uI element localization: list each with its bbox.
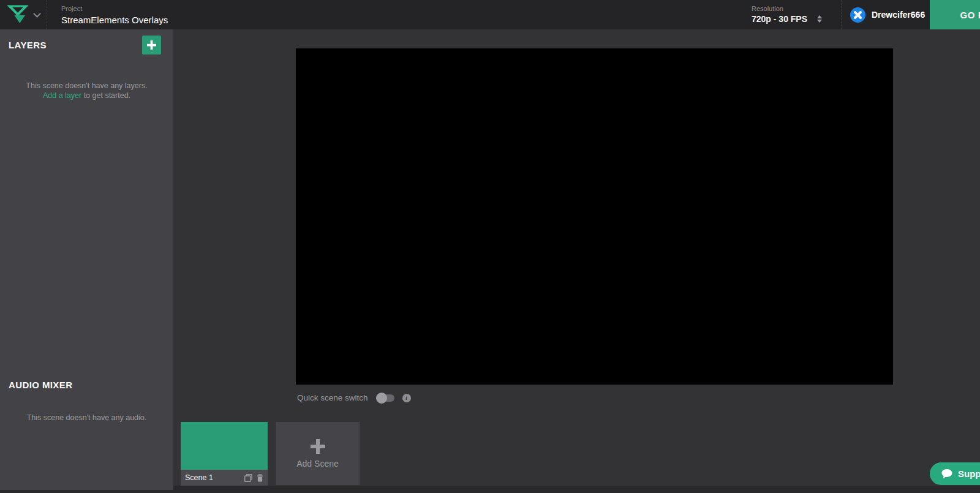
go-live-button[interactable]: GO LIVE (930, 0, 980, 29)
support-label: Support (958, 469, 980, 479)
editor-area: Quick scene switch i Scene 1 Add Scene (173, 29, 980, 486)
resolution-selector[interactable]: Resolution 720p - 30 FPS (752, 5, 822, 24)
quick-scene-switch-label: Quick scene switch (297, 393, 368, 402)
layers-empty-line1: This scene doesn't have any layers. (0, 81, 173, 91)
layers-empty-line2-rest: to get started. (81, 91, 130, 100)
add-scene-plus-icon (311, 439, 325, 454)
quick-scene-switch-toggle[interactable] (377, 394, 394, 402)
support-button[interactable]: Support (930, 462, 980, 485)
account-menu[interactable]: Drewcifer666 ⚙ (850, 0, 938, 29)
add-scene-button[interactable]: Add Scene (276, 422, 360, 485)
layers-empty-line2: Add a layer to get started. (0, 91, 173, 100)
delete-scene-icon[interactable] (257, 474, 263, 482)
add-layer-button[interactable] (142, 36, 161, 55)
project-title: StreamElements Overlays (61, 15, 168, 25)
layers-panel-title: LAYERS (9, 40, 47, 50)
toggle-knob (376, 393, 387, 404)
resolution-label: Resolution (752, 5, 822, 12)
project-label: Project (61, 5, 168, 12)
add-scene-label: Add Scene (296, 459, 339, 469)
top-bar: Project StreamElements Overlays Resoluti… (0, 0, 980, 29)
sidebar: LAYERS This scene doesn't have any layer… (0, 29, 173, 490)
resolution-value: 720p - 30 FPS (752, 14, 807, 24)
audio-mixer-panel-title: AUDIO MIXER (9, 380, 72, 390)
unfold-arrows-icon (817, 15, 822, 23)
scene-thumbnail-bar: Scene 1 (181, 470, 268, 486)
duplicate-scene-icon[interactable] (244, 474, 252, 482)
layers-empty-message: This scene doesn't have any layers. Add … (0, 81, 173, 100)
chevron-down-icon (33, 10, 41, 18)
add-a-layer-link[interactable]: Add a layer (43, 91, 81, 100)
plus-icon (147, 40, 156, 50)
info-icon[interactable]: i (402, 394, 411, 402)
username: Drewcifer666 (872, 10, 925, 20)
chat-bubble-icon (941, 469, 952, 479)
avatar (850, 7, 865, 23)
scene-thumbnail-preview[interactable] (181, 422, 268, 470)
project-selector[interactable]: Project StreamElements Overlays (61, 5, 168, 25)
app-menu[interactable] (0, 0, 47, 29)
streamelements-logo-icon (6, 4, 30, 25)
preview-canvas[interactable] (296, 48, 893, 385)
scene-name: Scene 1 (185, 473, 240, 482)
scene-thumbnail[interactable]: Scene 1 (181, 422, 268, 486)
audio-empty-message: This scene doesn't have any audio. (0, 413, 173, 422)
topbar-divider (841, 0, 842, 29)
quick-scene-switch-row: Quick scene switch i (297, 393, 411, 402)
